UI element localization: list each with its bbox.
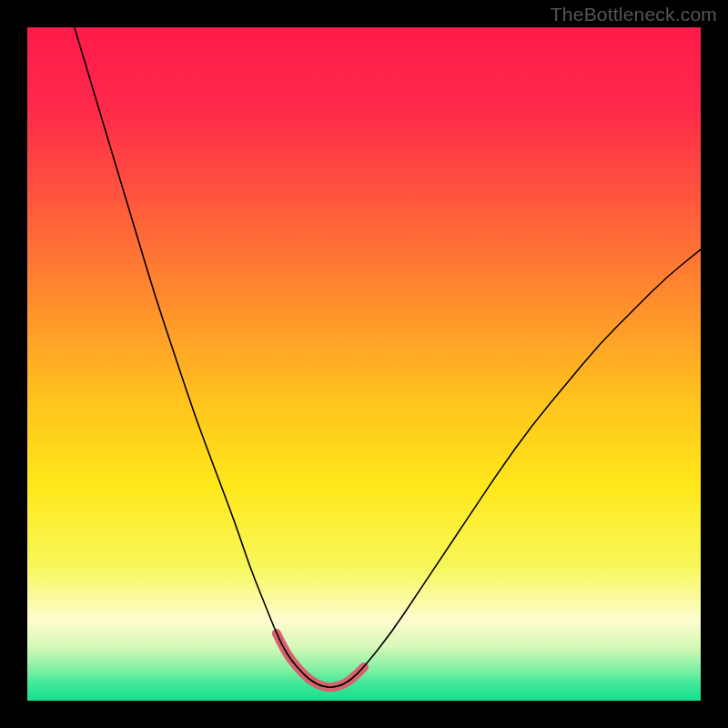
plot-area	[27, 27, 701, 701]
watermark-text: TheBottleneck.com	[551, 4, 717, 25]
chart-frame: TheBottleneck.com	[0, 0, 728, 728]
main-curve	[75, 27, 701, 687]
curve-layer	[27, 27, 701, 701]
